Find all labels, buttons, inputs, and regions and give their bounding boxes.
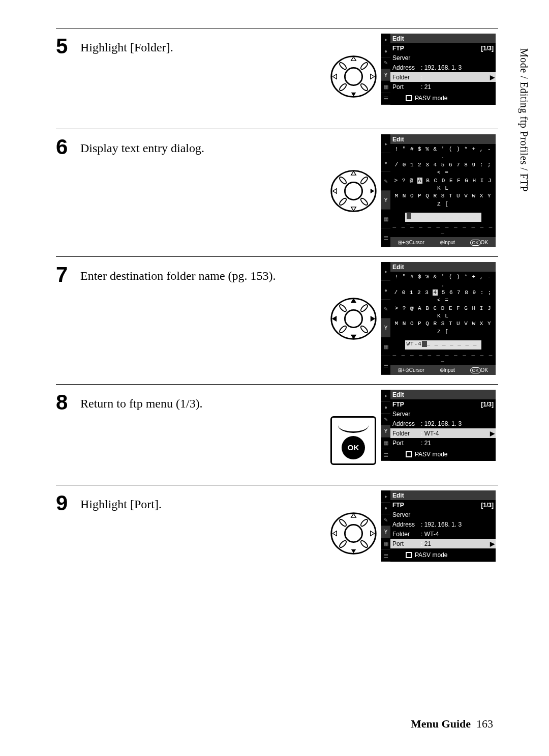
step-number: 5: [56, 34, 80, 120]
lcd-screen-step6: ▸●✎ Y▦☰ Edit ! " # $ % & ' ( ) * + , - .…: [381, 134, 496, 247]
step-text: Return to ftp menu (1/3).: [80, 390, 325, 476]
dpad-right-icon: [329, 167, 378, 215]
dpad-all-icon: [329, 295, 378, 343]
footer-guide-label: Menu Guide: [411, 717, 471, 730]
dpad-control: [325, 262, 381, 375]
dpad-down-icon: [329, 52, 378, 101]
step-number: 7: [56, 262, 80, 375]
step-text: Highlight [Folder].: [80, 34, 325, 120]
svg-point-11: [345, 182, 362, 199]
lcd-screen-step5: ▸●✎ Y▦☰ Edit FTP[1/3] Server Address192.…: [381, 34, 496, 105]
ok-button-control: OK: [325, 390, 381, 476]
step-5: 5 Highlight [Folder]. ▸●✎ Y▦☰: [56, 28, 498, 129]
dpad-control: [325, 34, 381, 120]
page-number: 163: [476, 717, 493, 730]
lcd-screen-step7: ▸●✎ Y▦☰ Edit ! " # $ % & ' ( ) * + , - .…: [381, 262, 496, 375]
lcd-screen-step9: ▸●✎ Y▦☰ Edit FTP[1/3] Server Address192.…: [381, 490, 496, 562]
lcd-row-port-highlighted: Port21▶: [390, 539, 496, 548]
step-text: Enter destination folder name (pg. 153).: [80, 262, 325, 375]
ok-button-icon: OK: [330, 416, 376, 465]
step-text: Highlight [Port].: [80, 490, 325, 576]
step-6: 6 Display text entry dialog. ▸●✎ Y▦☰: [56, 129, 498, 256]
dpad-down-icon: [329, 509, 378, 558]
dpad-control: [325, 490, 381, 576]
dpad-control: [325, 134, 381, 247]
side-breadcrumb-text: Mode / Editing ftp Profiles / FTP: [518, 48, 530, 192]
step-number: 9: [56, 490, 80, 576]
step-9: 9 Highlight [Port]. ▸●✎ Y▦☰: [56, 485, 498, 586]
svg-point-1: [345, 68, 362, 85]
svg-point-21: [345, 310, 362, 327]
page-footer: Menu Guide 163: [411, 717, 493, 731]
page-content: 5 Highlight [Folder]. ▸●✎ Y▦☰: [56, 28, 498, 586]
step-text: Display text entry dialog.: [80, 134, 325, 247]
lcd-screen-step8: ▸●✎ Y▦☰ Edit FTP[1/3] Server Address192.…: [381, 390, 496, 461]
lcd-row-folder-highlighted: Folder▶: [390, 72, 496, 82]
step-number: 8: [56, 390, 80, 476]
step-7: 7 Enter destination folder name (pg. 153…: [56, 256, 498, 384]
step-8: 8 Return to ftp menu (1/3). OK ▸●✎ Y▦☰ E…: [56, 384, 498, 485]
lcd-row-folder-highlighted: FolderWT-4▶: [390, 428, 496, 438]
step-number: 6: [56, 134, 80, 247]
svg-point-31: [345, 525, 362, 542]
